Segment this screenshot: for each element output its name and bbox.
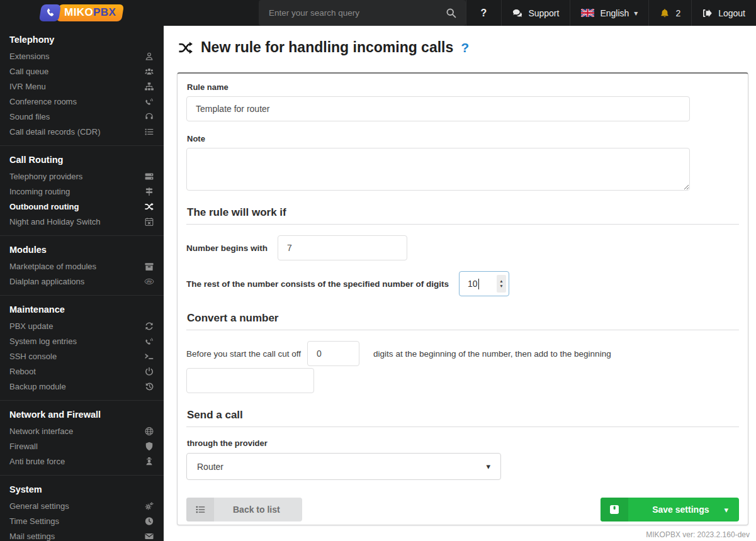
save-settings-button[interactable]: Save settings ▾ (601, 498, 739, 521)
sidebar-item-anti-brute-force[interactable]: Anti brute force (0, 454, 164, 469)
rest-digits-input[interactable]: 10 ▲▼ (459, 271, 509, 296)
phone-receiver-icon (44, 8, 57, 18)
spinner-up-icon[interactable]: ▲ (499, 279, 503, 284)
note-label: Note (187, 134, 739, 143)
cutoff-digits-input[interactable] (307, 341, 359, 366)
sidebar-item-mail-settings[interactable]: Mail settings (0, 528, 164, 541)
sidebar-item-incoming-routing[interactable]: Incoming routing (0, 184, 164, 199)
rule-name-input[interactable] (186, 96, 690, 121)
sidebar-section-telephony: Telephony Extensions Call queue IVR Menu… (0, 26, 164, 145)
section-title-network: Network and Firewall (0, 406, 164, 423)
sidebar-item-ivr-menu[interactable]: IVR Menu (0, 79, 164, 94)
sidebar-item-label: Conference rooms (9, 97, 77, 106)
sidebar-item-firewall[interactable]: Firewall (0, 438, 164, 454)
help-button[interactable]: ? (466, 0, 502, 26)
phone-volume-icon (144, 337, 154, 346)
list-icon (195, 505, 206, 515)
sidebar-section-modules: Modules Marketplace of modules Dialplan … (0, 235, 164, 295)
back-to-list-button[interactable]: Back to list (186, 498, 302, 521)
sidebar-item-general-settings[interactable]: General settings (0, 498, 164, 513)
user-secret-icon (144, 457, 154, 466)
prepend-input[interactable] (186, 368, 314, 393)
page-header: New rule for handling incoming calls ? (178, 39, 756, 56)
sidebar-item-outbound-routing[interactable]: Outbound routing (0, 199, 164, 214)
random-icon (178, 40, 194, 55)
search-icon[interactable] (446, 8, 456, 18)
sidebar-item-label: Incoming routing (9, 187, 70, 196)
history-icon (144, 382, 154, 391)
section-divider (186, 224, 739, 225)
number-begins-input[interactable] (278, 235, 407, 260)
provider-value: Router (197, 462, 223, 472)
number-begins-label: Number begins with (186, 243, 268, 253)
section-rule-heading: The rule will work if (187, 206, 739, 219)
sidebar-item-label: Dialplan applications (9, 277, 84, 286)
provider-dropdown[interactable]: Router ▾ (186, 453, 501, 480)
sidebar-item-extensions[interactable]: Extensions (0, 48, 164, 64)
globe-icon (144, 427, 154, 436)
brand-name-pbx: PBX (93, 6, 116, 18)
rest-digits-value: 10 (468, 279, 478, 289)
section-title-call-routing: Call Routing (0, 151, 164, 169)
section-divider (186, 330, 739, 330)
sidebar-item-call-queue[interactable]: Call queue (0, 64, 164, 79)
sidebar-nav: Telephony Extensions Call queue IVR Menu… (0, 26, 164, 541)
save-settings-label: Save settings (628, 505, 724, 515)
phone-volume-icon (144, 97, 154, 106)
language-label: English (600, 8, 629, 18)
section-divider (186, 427, 739, 427)
spinner-down-icon[interactable]: ▼ (499, 284, 503, 289)
logout-button[interactable]: Logout (691, 0, 756, 26)
sidebar-item-label: Anti brute force (9, 457, 65, 466)
sidebar-item-conference-rooms[interactable]: Conference rooms (0, 94, 164, 109)
sidebar-item-night-holiday-switch[interactable]: Night and Holiday Switch (0, 214, 164, 229)
notifications-count: 2 (675, 8, 680, 18)
section-title-maintenance: Maintenance (0, 301, 164, 318)
sidebar-item-label: Time Settings (9, 516, 59, 526)
sidebar-item-label: Call detail records (CDR) (9, 127, 100, 137)
sidebar-item-pbx-update[interactable]: PBX update (0, 318, 164, 333)
sidebar-item-label: Marketplace of modules (9, 262, 96, 271)
rest-digits-label: The rest of the number consists of the s… (186, 279, 449, 289)
sidebar-item-sound-files[interactable]: Sound files (0, 109, 164, 124)
uk-flag-icon (581, 9, 594, 17)
sidebar-item-telephony-providers[interactable]: Telephony providers (0, 169, 164, 184)
section-title-system: System (0, 481, 164, 498)
app-logo[interactable]: MIKOPBX (0, 0, 164, 26)
sidebar-item-cdr[interactable]: Call detail records (CDR) (0, 124, 164, 139)
section-title-modules: Modules (0, 241, 164, 259)
sidebar-item-label: IVR Menu (9, 82, 46, 91)
language-dropdown[interactable]: English ▾ (570, 0, 648, 26)
sidebar-section-system: System General settings Time Settings Ma… (0, 475, 164, 541)
sidebar-section-maintenance: Maintenance PBX update System log entrie… (0, 295, 164, 400)
sidebar-item-reboot[interactable]: Reboot (0, 364, 164, 379)
note-textarea[interactable] (186, 148, 690, 191)
sidebar-item-marketplace[interactable]: Marketplace of modules (0, 259, 164, 274)
sidebar-item-label: Call queue (9, 67, 48, 76)
brand-name-miko: MIKO (65, 6, 94, 18)
sidebar-item-backup-module[interactable]: Backup module (0, 379, 164, 394)
help-question-icon: ? (481, 8, 487, 19)
number-spinner[interactable]: ▲▼ (497, 275, 506, 293)
sidebar-item-ssh-console[interactable]: SSH console (0, 349, 164, 364)
page-help-icon[interactable]: ? (461, 40, 469, 55)
global-search[interactable] (259, 0, 466, 26)
sidebar-item-label: Sound files (9, 112, 50, 121)
rule-name-label: Rule name (187, 82, 739, 92)
support-label: Support (528, 8, 559, 18)
sidebar-item-system-log[interactable]: System log entries (0, 333, 164, 349)
save-dropdown-caret[interactable]: ▾ (724, 505, 739, 515)
version-label: MIKOPBX ver: 2023.2.160-dev (646, 530, 750, 539)
notifications-button[interactable]: 2 (648, 0, 691, 26)
comments-icon (512, 8, 522, 18)
clock-icon (144, 516, 154, 526)
sidebar-item-time-settings[interactable]: Time Settings (0, 513, 164, 528)
sidebar-item-network-interface[interactable]: Network interface (0, 423, 164, 438)
support-button[interactable]: Support (501, 0, 570, 26)
search-input[interactable] (259, 8, 446, 18)
power-icon (144, 367, 154, 376)
sidebar-item-dialplan-apps[interactable]: Dialplan applicationsphp (0, 274, 164, 289)
sidebar-item-label: PBX update (9, 321, 53, 331)
sidebar-item-label: System log entries (9, 337, 77, 346)
box-icon (144, 262, 154, 271)
